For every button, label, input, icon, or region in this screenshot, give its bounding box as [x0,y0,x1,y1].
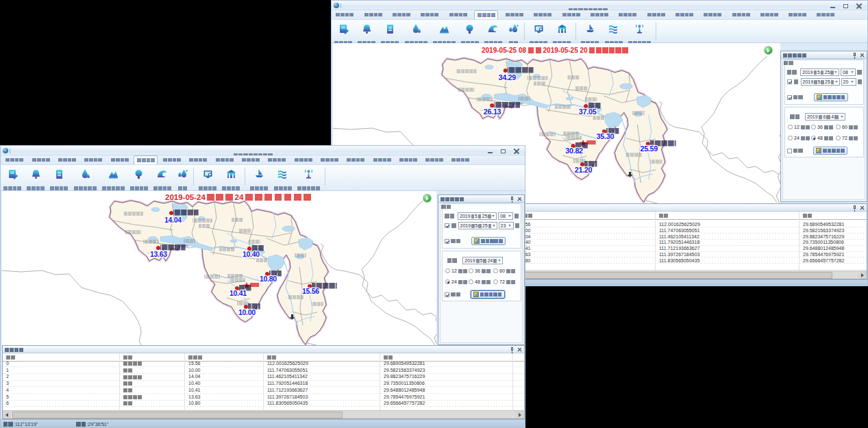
svg-text:10.00: 10.00 [238,308,256,316]
svg-text:37.05: 37.05 [579,108,597,116]
svg-text:13.63: 13.63 [150,250,167,258]
svg-text:34.29: 34.29 [498,73,516,81]
svg-text:21.20: 21.20 [575,166,593,174]
svg-text:15.56: 15.56 [302,287,319,295]
svg-text:10.41: 10.41 [230,289,247,297]
svg-text:10.80: 10.80 [260,275,277,283]
svg-text:10.40: 10.40 [243,250,260,258]
svg-text:30.82: 30.82 [565,147,583,155]
svg-text:26.13: 26.13 [484,108,501,116]
svg-text:25.59: 25.59 [640,144,658,153]
svg-text:35.30: 35.30 [597,132,615,140]
svg-text:14.04: 14.04 [164,216,182,224]
